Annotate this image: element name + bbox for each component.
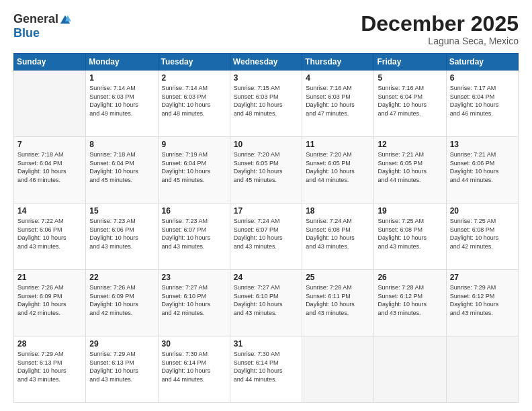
calendar-cell: 14Sunrise: 7:22 AM Sunset: 6:06 PM Dayli… (14, 203, 86, 270)
day-number: 5 (378, 73, 442, 83)
day-number: 3 (234, 73, 298, 83)
cell-info: Sunrise: 7:14 AM Sunset: 6:03 PM Dayligh… (89, 84, 154, 118)
day-number: 20 (450, 206, 515, 216)
week-row-3: 14Sunrise: 7:22 AM Sunset: 6:06 PM Dayli… (14, 203, 519, 270)
calendar-cell: 21Sunrise: 7:26 AM Sunset: 6:09 PM Dayli… (14, 270, 86, 336)
calendar-cell: 5Sunrise: 7:16 AM Sunset: 6:04 PM Daylig… (374, 71, 446, 137)
title-block: December 2025 Laguna Seca, Mexico (361, 12, 519, 46)
cell-info: Sunrise: 7:24 AM Sunset: 6:08 PM Dayligh… (306, 217, 370, 250)
calendar-cell: 8Sunrise: 7:18 AM Sunset: 6:04 PM Daylig… (86, 137, 158, 203)
calendar-cell: 29Sunrise: 7:29 AM Sunset: 6:13 PM Dayli… (86, 336, 158, 403)
cell-info: Sunrise: 7:14 AM Sunset: 6:03 PM Dayligh… (162, 84, 226, 118)
day-number: 11 (306, 140, 370, 149)
calendar-cell: 24Sunrise: 7:27 AM Sunset: 6:10 PM Dayli… (230, 270, 302, 336)
day-number: 19 (378, 206, 442, 216)
calendar-cell: 6Sunrise: 7:17 AM Sunset: 6:04 PM Daylig… (446, 71, 518, 137)
calendar-cell: 31Sunrise: 7:30 AM Sunset: 6:14 PM Dayli… (230, 336, 302, 403)
cell-info: Sunrise: 7:27 AM Sunset: 6:10 PM Dayligh… (162, 283, 226, 317)
day-number: 4 (306, 73, 370, 83)
cell-info: Sunrise: 7:25 AM Sunset: 6:08 PM Dayligh… (450, 217, 515, 250)
cell-info: Sunrise: 7:21 AM Sunset: 6:06 PM Dayligh… (450, 150, 515, 184)
calendar-cell: 25Sunrise: 7:28 AM Sunset: 6:11 PM Dayli… (302, 270, 374, 336)
calendar: SundayMondayTuesdayWednesdayThursdayFrid… (13, 53, 519, 403)
month-title: December 2025 (361, 12, 519, 36)
day-number: 9 (162, 140, 226, 149)
calendar-cell: 20Sunrise: 7:25 AM Sunset: 6:08 PM Dayli… (446, 203, 518, 270)
week-row-4: 21Sunrise: 7:26 AM Sunset: 6:09 PM Dayli… (14, 270, 519, 336)
calendar-cell: 13Sunrise: 7:21 AM Sunset: 6:06 PM Dayli… (446, 137, 518, 203)
day-number: 22 (89, 273, 154, 282)
cell-info: Sunrise: 7:25 AM Sunset: 6:08 PM Dayligh… (378, 217, 442, 250)
day-header-thursday: Thursday (302, 54, 374, 71)
day-number: 12 (378, 140, 442, 149)
calendar-cell (14, 71, 86, 137)
cell-info: Sunrise: 7:16 AM Sunset: 6:03 PM Dayligh… (306, 84, 370, 118)
calendar-cell: 10Sunrise: 7:20 AM Sunset: 6:05 PM Dayli… (230, 137, 302, 203)
logo-general-text: General (13, 12, 58, 26)
cell-info: Sunrise: 7:15 AM Sunset: 6:03 PM Dayligh… (234, 84, 298, 118)
cell-info: Sunrise: 7:23 AM Sunset: 6:07 PM Dayligh… (162, 217, 226, 250)
calendar-cell: 12Sunrise: 7:21 AM Sunset: 6:05 PM Dayli… (374, 137, 446, 203)
calendar-cell: 27Sunrise: 7:29 AM Sunset: 6:12 PM Dayli… (446, 270, 518, 336)
day-header-tuesday: Tuesday (158, 54, 230, 71)
cell-info: Sunrise: 7:22 AM Sunset: 6:06 PM Dayligh… (17, 217, 82, 250)
calendar-cell: 1Sunrise: 7:14 AM Sunset: 6:03 PM Daylig… (86, 71, 158, 137)
calendar-cell (302, 336, 374, 403)
calendar-cell: 30Sunrise: 7:30 AM Sunset: 6:14 PM Dayli… (158, 336, 230, 403)
day-header-sunday: Sunday (14, 54, 86, 71)
page: General Blue December 2025 Laguna Seca, … (0, 0, 532, 411)
calendar-cell: 18Sunrise: 7:24 AM Sunset: 6:08 PM Dayli… (302, 203, 374, 270)
day-header-monday: Monday (86, 54, 158, 71)
day-number: 21 (17, 273, 82, 282)
cell-info: Sunrise: 7:29 AM Sunset: 6:13 PM Dayligh… (17, 350, 82, 383)
calendar-cell: 22Sunrise: 7:26 AM Sunset: 6:09 PM Dayli… (86, 270, 158, 336)
cell-info: Sunrise: 7:28 AM Sunset: 6:12 PM Dayligh… (378, 283, 442, 317)
logo-icon (59, 13, 71, 26)
calendar-cell: 19Sunrise: 7:25 AM Sunset: 6:08 PM Dayli… (374, 203, 446, 270)
cell-info: Sunrise: 7:29 AM Sunset: 6:13 PM Dayligh… (89, 350, 154, 383)
cell-info: Sunrise: 7:21 AM Sunset: 6:05 PM Dayligh… (378, 150, 442, 184)
day-number: 31 (234, 339, 298, 349)
cell-info: Sunrise: 7:28 AM Sunset: 6:11 PM Dayligh… (306, 283, 370, 317)
cell-info: Sunrise: 7:24 AM Sunset: 6:07 PM Dayligh… (234, 217, 298, 250)
cell-info: Sunrise: 7:26 AM Sunset: 6:09 PM Dayligh… (17, 283, 82, 317)
day-number: 13 (450, 140, 515, 149)
calendar-cell: 9Sunrise: 7:19 AM Sunset: 6:04 PM Daylig… (158, 137, 230, 203)
cell-info: Sunrise: 7:18 AM Sunset: 6:04 PM Dayligh… (89, 150, 154, 184)
calendar-cell (446, 336, 518, 403)
cell-info: Sunrise: 7:17 AM Sunset: 6:04 PM Dayligh… (450, 84, 515, 118)
day-number: 2 (162, 73, 226, 83)
cell-info: Sunrise: 7:30 AM Sunset: 6:14 PM Dayligh… (162, 350, 226, 383)
calendar-cell (374, 336, 446, 403)
calendar-cell: 16Sunrise: 7:23 AM Sunset: 6:07 PM Dayli… (158, 203, 230, 270)
cell-info: Sunrise: 7:18 AM Sunset: 6:04 PM Dayligh… (17, 150, 82, 184)
day-number: 10 (234, 140, 298, 149)
day-number: 30 (162, 339, 226, 349)
cell-info: Sunrise: 7:29 AM Sunset: 6:12 PM Dayligh… (450, 283, 515, 317)
cell-info: Sunrise: 7:26 AM Sunset: 6:09 PM Dayligh… (89, 283, 154, 317)
day-number: 24 (234, 273, 298, 282)
day-number: 27 (450, 273, 515, 282)
calendar-cell: 11Sunrise: 7:20 AM Sunset: 6:05 PM Dayli… (302, 137, 374, 203)
day-number: 28 (17, 339, 82, 349)
cell-info: Sunrise: 7:16 AM Sunset: 6:04 PM Dayligh… (378, 84, 442, 118)
day-header-wednesday: Wednesday (230, 54, 302, 71)
day-number: 18 (306, 206, 370, 216)
week-row-2: 7Sunrise: 7:18 AM Sunset: 6:04 PM Daylig… (14, 137, 519, 203)
day-number: 26 (378, 273, 442, 282)
day-number: 8 (89, 140, 154, 149)
day-number: 29 (89, 339, 154, 349)
cell-info: Sunrise: 7:30 AM Sunset: 6:14 PM Dayligh… (234, 350, 298, 383)
calendar-cell: 17Sunrise: 7:24 AM Sunset: 6:07 PM Dayli… (230, 203, 302, 270)
day-number: 1 (89, 73, 154, 83)
day-number: 23 (162, 273, 226, 282)
calendar-cell: 26Sunrise: 7:28 AM Sunset: 6:12 PM Dayli… (374, 270, 446, 336)
cell-info: Sunrise: 7:19 AM Sunset: 6:04 PM Dayligh… (162, 150, 226, 184)
cell-info: Sunrise: 7:20 AM Sunset: 6:05 PM Dayligh… (306, 150, 370, 184)
calendar-cell: 4Sunrise: 7:16 AM Sunset: 6:03 PM Daylig… (302, 71, 374, 137)
logo: General Blue (13, 12, 71, 40)
calendar-cell: 3Sunrise: 7:15 AM Sunset: 6:03 PM Daylig… (230, 71, 302, 137)
cell-info: Sunrise: 7:27 AM Sunset: 6:10 PM Dayligh… (234, 283, 298, 317)
calendar-cell: 7Sunrise: 7:18 AM Sunset: 6:04 PM Daylig… (14, 137, 86, 203)
calendar-cell: 15Sunrise: 7:23 AM Sunset: 6:06 PM Dayli… (86, 203, 158, 270)
